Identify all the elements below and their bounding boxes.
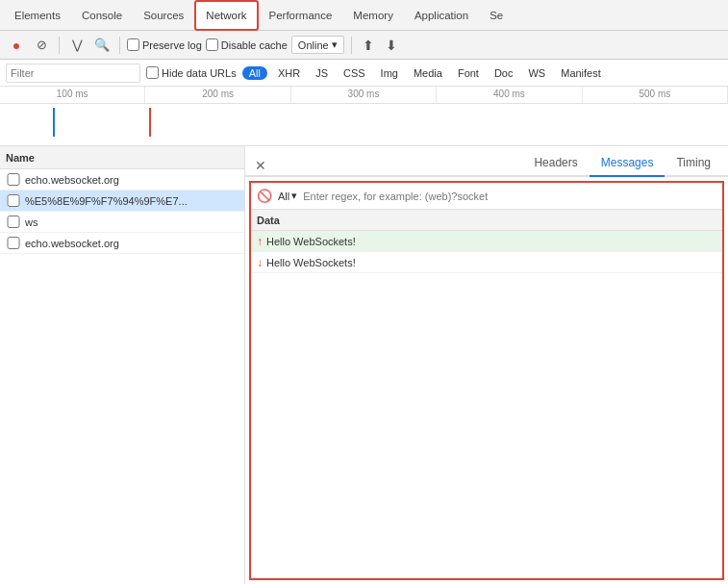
upload-button[interactable]: ⬆ (359, 36, 378, 55)
filter-type-img[interactable]: Img (376, 66, 403, 80)
timeline-tick-5: 500 ms (583, 87, 728, 103)
filter-icon[interactable]: ⋁ (66, 35, 88, 56)
detail-tabs: ✕ Headers Messages Timing (245, 146, 728, 177)
tab-headers[interactable]: Headers (522, 150, 589, 177)
name-column-header: Name (6, 152, 35, 164)
throttle-select[interactable]: Online ▾ (291, 36, 344, 54)
toolbar-separator-1 (59, 37, 60, 54)
tab-application[interactable]: Application (404, 0, 479, 31)
close-panel-button[interactable]: ✕ (251, 156, 270, 175)
timeline-bar-request (53, 108, 55, 137)
message-arrow-up: ↑ (257, 235, 263, 248)
network-timeline: 100 ms 200 ms 300 ms 400 ms 500 ms (0, 87, 728, 146)
disable-cache-input[interactable] (206, 38, 218, 51)
timeline-tick-3: 300 ms (291, 87, 437, 103)
message-text-1: Hello WebSockets! (266, 236, 356, 247)
network-row-name-1: echo.websocket.org (25, 174, 119, 186)
message-row-sent[interactable]: ↑ Hello WebSockets! (251, 231, 722, 252)
message-arrow-down: ↓ (257, 256, 263, 269)
messages-table-header: Data (251, 210, 722, 231)
message-text-2: Hello WebSockets! (266, 257, 356, 268)
data-column-header: Data (257, 215, 280, 226)
main-content: Name echo.websocket.org %E5%8E%9F%F7%94%… (0, 146, 728, 584)
tab-console[interactable]: Console (71, 0, 133, 31)
preserve-log-input[interactable] (127, 38, 139, 51)
tab-elements[interactable]: Elements (4, 0, 71, 31)
network-row-checkbox-2[interactable] (6, 194, 21, 207)
network-row[interactable]: ws (0, 212, 244, 233)
hide-data-urls-input[interactable] (146, 66, 159, 79)
preserve-log-label: Preserve log (142, 39, 202, 51)
network-list-header: Name (0, 146, 244, 169)
network-row[interactable]: echo.websocket.org (0, 233, 244, 254)
hide-data-urls-checkbox[interactable]: Hide data URLs (146, 66, 237, 79)
timeline-scale: 100 ms 200 ms 300 ms 400 ms 500 ms (0, 87, 728, 104)
filter-input[interactable] (6, 63, 140, 83)
filter-type-css[interactable]: CSS (339, 66, 370, 80)
timeline-tick-4: 400 ms (437, 87, 582, 103)
messages-table: Data ↑ Hello WebSockets! ↓ Hello WebSock… (251, 210, 722, 578)
filter-type-all[interactable]: All (242, 66, 267, 80)
tab-sources[interactable]: Sources (133, 0, 194, 31)
detail-panel: ✕ Headers Messages Timing 🚫 All ▾ Data (245, 146, 728, 584)
no-messages-icon: 🚫 (257, 189, 272, 204)
toolbar-separator-3 (351, 37, 352, 54)
tab-performance[interactable]: Performance (259, 0, 343, 31)
tab-network[interactable]: Network (194, 0, 258, 31)
throttle-label: Online (298, 39, 329, 51)
search-button[interactable]: 🔍 (91, 35, 113, 56)
download-button[interactable]: ⬇ (382, 36, 401, 55)
messages-type-select[interactable]: All ▾ (278, 190, 297, 202)
toolbar-separator-2 (119, 37, 120, 54)
tab-messages[interactable]: Messages (590, 150, 665, 177)
filter-type-doc[interactable]: Doc (490, 66, 518, 80)
filter-type-font[interactable]: Font (453, 66, 484, 80)
network-row-name-2: %E5%8E%9F%F7%94%9F%E7... (25, 195, 188, 207)
messages-dropdown-icon: ▾ (291, 190, 297, 202)
tab-timing[interactable]: Timing (665, 150, 722, 177)
network-row-selected[interactable]: %E5%8E%9F%F7%94%9F%E7... (0, 190, 244, 212)
clear-button[interactable]: ⊘ (31, 35, 52, 56)
timeline-tick-1: 100 ms (0, 87, 145, 103)
messages-regex-input[interactable] (303, 190, 716, 202)
filter-type-manifest[interactable]: Manifest (556, 66, 606, 80)
network-list: Name echo.websocket.org %E5%8E%9F%F7%94%… (0, 146, 245, 584)
disable-cache-label: Disable cache (221, 39, 288, 51)
filter-type-ws[interactable]: WS (523, 66, 550, 80)
filter-type-xhr[interactable]: XHR (273, 66, 305, 80)
message-row-received[interactable]: ↓ Hello WebSockets! (251, 252, 722, 273)
network-row-name-4: echo.websocket.org (25, 238, 119, 249)
filter-type-js[interactable]: JS (311, 66, 333, 80)
filter-type-media[interactable]: Media (409, 66, 447, 80)
messages-filter-row: 🚫 All ▾ (251, 183, 722, 210)
network-row-checkbox-3[interactable] (6, 216, 21, 228)
hide-data-urls-label: Hide data URLs (162, 67, 237, 79)
preserve-log-checkbox[interactable]: Preserve log (127, 38, 202, 51)
network-toolbar: ● ⊘ ⋁ 🔍 Preserve log Disable cache Onlin… (0, 31, 728, 60)
network-row[interactable]: echo.websocket.org (0, 169, 244, 190)
timeline-bar-response (149, 108, 151, 137)
network-row-name-3: ws (25, 216, 38, 228)
disable-cache-checkbox[interactable]: Disable cache (206, 38, 288, 51)
top-tabs-bar: Elements Console Sources Network Perform… (0, 0, 728, 31)
throttle-chevron: ▾ (332, 38, 338, 51)
tab-memory[interactable]: Memory (342, 0, 404, 31)
network-row-checkbox-1[interactable] (6, 173, 21, 186)
messages-panel: 🚫 All ▾ Data ↑ Hello WebSockets! ↓ (249, 181, 724, 580)
filter-row: Hide data URLs All XHR JS CSS Img Media … (0, 60, 728, 87)
network-row-checkbox-4[interactable] (6, 237, 21, 249)
messages-all-label: All (278, 190, 289, 202)
record-button[interactable]: ● (6, 35, 27, 56)
tab-more[interactable]: Se (479, 0, 514, 31)
timeline-tick-2: 200 ms (145, 87, 290, 103)
